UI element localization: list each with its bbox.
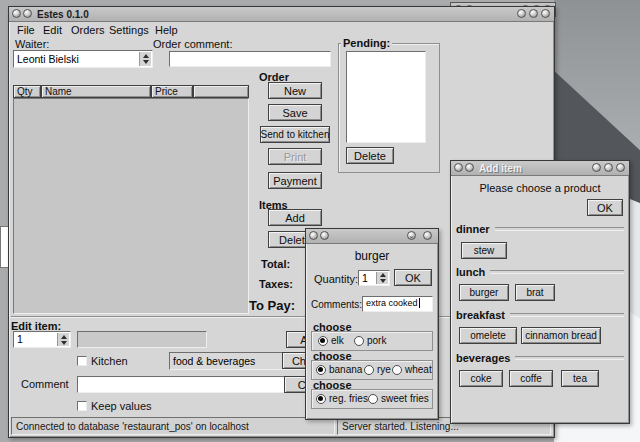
category-separator: [495, 227, 624, 231]
window-menu-icon[interactable]: [23, 9, 32, 18]
radio-selected-icon[interactable]: [316, 365, 326, 375]
item-name-field[interactable]: [77, 331, 207, 348]
product-button-burger[interactable]: burger: [459, 284, 509, 301]
shade-icon[interactable]: ⌄: [407, 231, 416, 240]
column-header-price[interactable]: Price: [151, 85, 193, 98]
radio-option-pork[interactable]: pork: [354, 335, 386, 346]
column-header-blank[interactable]: [193, 85, 249, 98]
maximize-icon[interactable]: [604, 163, 613, 172]
radio-label: rye: [377, 364, 391, 375]
radio-option-wheat[interactable]: wheat: [392, 364, 432, 375]
radio-option-banana[interactable]: banana: [316, 364, 362, 375]
close-icon[interactable]: [616, 163, 625, 172]
menu-orders[interactable]: Orders: [71, 24, 105, 36]
minimize-icon[interactable]: [592, 163, 601, 172]
product-button-coke[interactable]: coke: [459, 370, 503, 387]
radio-icon[interactable]: [368, 394, 378, 404]
product-button-cinnamon-bread[interactable]: cinnamon bread: [521, 327, 601, 344]
combo-arrows-icon[interactable]: [139, 52, 151, 66]
window-title: Estes 0.1.0: [37, 9, 89, 20]
status-database: Connected to database 'restaurant_pos' o…: [11, 417, 335, 435]
radio-label: sweet fries: [381, 393, 429, 404]
category-separator: [510, 313, 624, 317]
ok-button[interactable]: OK: [587, 199, 623, 216]
order-comment-label: Order comment:: [153, 38, 232, 50]
window-menu-icon[interactable]: [12, 9, 21, 18]
total-label: Total:: [261, 258, 290, 270]
waiter-label: Waiter:: [15, 38, 49, 50]
add-item-titlebar[interactable]: Add item: [451, 161, 629, 176]
menu-help[interactable]: Help: [155, 24, 178, 36]
radio-icon[interactable]: [354, 336, 364, 346]
spinner-arrows-icon[interactable]: [57, 333, 69, 346]
pending-delete-button[interactable]: Delete: [346, 147, 394, 164]
kitchen-checkbox[interactable]: [77, 356, 87, 366]
category-label: beverages: [456, 352, 510, 364]
category-separator: [490, 270, 624, 274]
minimize-icon[interactable]: [517, 9, 526, 18]
waiter-combobox[interactable]: Leonti Bielski: [13, 50, 153, 68]
product-button-tea[interactable]: tea: [561, 370, 599, 387]
window-menu-icon[interactable]: [454, 163, 463, 172]
radio-option-elk[interactable]: elk: [318, 335, 344, 346]
pending-label: Pending:: [341, 37, 392, 49]
category-label: dinner: [456, 223, 490, 235]
order-items-table-body[interactable]: [13, 98, 249, 314]
radio-label: banana: [329, 364, 362, 375]
category-separator: [515, 356, 624, 360]
radio-icon[interactable]: [364, 365, 374, 375]
window-menu-icon[interactable]: [465, 163, 474, 172]
column-header-name[interactable]: Name: [41, 85, 151, 98]
quantity-stepper[interactable]: 1: [13, 331, 71, 348]
keep-values-checkbox[interactable]: [77, 401, 87, 411]
product-button-omelete[interactable]: omelete: [459, 327, 517, 344]
comments-label: Comments:: [311, 299, 362, 310]
close-icon[interactable]: [541, 9, 550, 18]
product-button-brat[interactable]: brat: [515, 284, 555, 301]
waiter-combobox-value: Leonti Bielski: [17, 53, 79, 65]
close-icon[interactable]: [423, 231, 432, 240]
window-menu-icon[interactable]: [320, 231, 329, 240]
keep-values-label[interactable]: Keep values: [91, 400, 152, 412]
print-button[interactable]: Print: [268, 148, 322, 165]
order-comment-input[interactable]: [169, 51, 331, 67]
kitchen-checkbox-label[interactable]: Kitchen: [91, 355, 128, 367]
ok-button[interactable]: OK: [394, 269, 432, 286]
radio-selected-icon[interactable]: [318, 336, 328, 346]
spinner-arrows-icon[interactable]: [376, 272, 388, 284]
quantity-stepper[interactable]: 1: [358, 270, 390, 286]
new-order-button[interactable]: New: [268, 82, 322, 99]
comment-label: Comment: [21, 378, 69, 390]
menu-edit[interactable]: Edit: [43, 24, 62, 36]
main-titlebar[interactable]: Estes 0.1.0: [9, 7, 554, 22]
burger-dialog: ⌄ burger Quantity: 1 OK Comments: extra …: [305, 228, 439, 420]
category-row-beverages: beverages: [456, 352, 624, 364]
radio-option-sweet-fries[interactable]: sweet fries: [368, 393, 429, 404]
window-menu-icon[interactable]: [309, 231, 318, 240]
column-header-qty[interactable]: Qty: [13, 85, 41, 98]
comment-input[interactable]: [77, 376, 295, 393]
menu-file[interactable]: File: [17, 24, 35, 36]
radio-option-reg-fries[interactable]: reg. fries: [316, 393, 368, 404]
maximize-icon[interactable]: [529, 9, 538, 18]
send-to-kitchen-button[interactable]: Send to kitchen: [260, 126, 330, 143]
add-item-button[interactable]: Add: [268, 209, 322, 226]
save-order-button[interactable]: Save: [268, 104, 322, 121]
radio-selected-icon[interactable]: [316, 394, 326, 404]
pending-list[interactable]: [346, 51, 426, 143]
radio-icon[interactable]: [392, 365, 402, 375]
menu-settings[interactable]: Settings: [109, 24, 149, 36]
burger-titlebar[interactable]: ⌄: [306, 229, 438, 244]
radio-option-rye[interactable]: rye: [364, 364, 391, 375]
dialog-title: Add item: [479, 163, 522, 174]
choose-product-label: Please choose a product: [451, 182, 629, 194]
category-label: lunch: [456, 266, 485, 278]
comments-input[interactable]: extra cooked: [362, 296, 433, 312]
radio-label: wheat: [405, 364, 432, 375]
category-row-breakfast: breakfast: [456, 309, 624, 321]
category-label: breakfast: [456, 309, 505, 321]
product-button-coffe[interactable]: coffe: [509, 370, 553, 387]
product-button-stew[interactable]: stew: [461, 242, 507, 259]
payment-button[interactable]: Payment: [268, 172, 322, 189]
radio-label: pork: [367, 335, 386, 346]
